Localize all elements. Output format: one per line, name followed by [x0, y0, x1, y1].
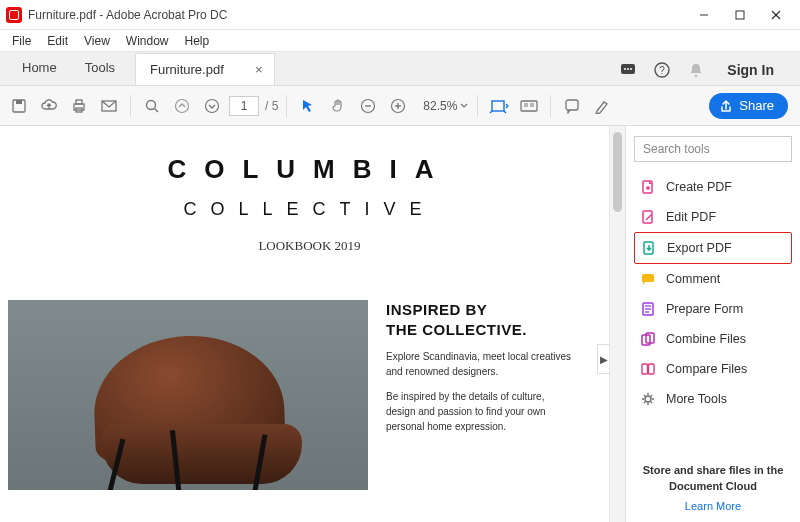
svg-rect-1	[736, 11, 744, 19]
menu-file[interactable]: File	[6, 32, 37, 50]
tool-label: Export PDF	[667, 241, 732, 255]
zoom-out-icon[interactable]	[355, 93, 381, 119]
tool-create-pdf[interactable]: Create PDF	[634, 172, 792, 202]
workspace: COLUMBIA COLLECTIVE LOOKBOOK 2019 INSPIR…	[0, 126, 800, 522]
mail-icon[interactable]	[96, 93, 122, 119]
svg-rect-36	[643, 211, 652, 223]
cloud-note: Store and share files in the Document Cl…	[634, 463, 792, 494]
tab-tools[interactable]: Tools	[71, 52, 129, 85]
pdf-page: COLUMBIA COLLECTIVE LOOKBOOK 2019 INSPIR…	[8, 154, 611, 490]
prepare-form-icon	[640, 301, 656, 317]
svg-point-7	[630, 68, 632, 70]
app-icon	[6, 7, 22, 23]
zoom-value: 82.5%	[415, 99, 457, 113]
svg-point-17	[147, 100, 156, 109]
chevron-down-icon	[459, 101, 469, 111]
menu-help[interactable]: Help	[179, 32, 216, 50]
svg-point-19	[176, 99, 189, 112]
tool-more-tools[interactable]: More Tools	[634, 384, 792, 414]
tool-prepare-form[interactable]: Prepare Form	[634, 294, 792, 324]
doc-lookbook: LOOKBOOK 2019	[8, 238, 611, 254]
svg-rect-38	[642, 274, 654, 282]
svg-rect-46	[649, 364, 655, 374]
tool-compare-files[interactable]: Compare Files	[634, 354, 792, 384]
svg-point-47	[645, 396, 651, 402]
learn-more-link[interactable]: Learn More	[634, 500, 792, 512]
svg-rect-26	[492, 101, 504, 111]
save-icon[interactable]	[6, 93, 32, 119]
combine-files-icon	[640, 331, 656, 347]
search-icon[interactable]	[139, 93, 165, 119]
tab-document-label: Furniture.pdf	[150, 62, 224, 77]
titlebar: Furniture.pdf - Adobe Acrobat Pro DC	[0, 0, 800, 30]
page-up-icon[interactable]	[169, 93, 195, 119]
tool-label: Compare Files	[666, 362, 747, 376]
document-area[interactable]: COLUMBIA COLLECTIVE LOOKBOOK 2019 INSPIR…	[0, 126, 625, 522]
select-tool-icon[interactable]	[295, 93, 321, 119]
doc-heading-columbia: COLUMBIA	[8, 154, 611, 185]
zoom-in-icon[interactable]	[385, 93, 411, 119]
doc-heading-collective: COLLECTIVE	[8, 199, 611, 220]
cloud-upload-icon[interactable]	[36, 93, 62, 119]
svg-rect-12	[16, 100, 22, 104]
svg-rect-14	[76, 100, 82, 104]
comment-icon	[640, 271, 656, 287]
doc-para-2: Be inspired by the details of culture, d…	[386, 389, 576, 434]
chat-icon[interactable]	[619, 61, 637, 79]
page-current-input[interactable]	[229, 96, 259, 116]
more-tools-icon	[640, 391, 656, 407]
fit-width-icon[interactable]	[486, 93, 512, 119]
svg-point-10	[695, 75, 698, 78]
svg-point-6	[627, 68, 629, 70]
print-icon[interactable]	[66, 93, 92, 119]
menubar: File Edit View Window Help	[0, 30, 800, 52]
svg-point-20	[206, 99, 219, 112]
tab-close-icon[interactable]: ×	[252, 62, 266, 77]
menu-view[interactable]: View	[78, 32, 116, 50]
svg-rect-45	[642, 364, 648, 374]
tab-document[interactable]: Furniture.pdf ×	[135, 53, 275, 85]
share-label: Share	[739, 98, 774, 113]
bell-icon[interactable]	[687, 61, 705, 79]
doc-para-1: Explore Scandinavia, meet local creative…	[386, 349, 576, 379]
tabbar: Home Tools Furniture.pdf × ? Sign In	[0, 52, 800, 86]
tool-label: Prepare Form	[666, 302, 743, 316]
minimize-button[interactable]	[686, 1, 722, 29]
svg-rect-27	[521, 101, 537, 111]
tool-label: Combine Files	[666, 332, 746, 346]
share-button[interactable]: Share	[709, 93, 788, 119]
vertical-scrollbar[interactable]	[609, 126, 625, 522]
sign-in-button[interactable]: Sign In	[721, 62, 780, 78]
share-icon	[719, 99, 733, 113]
edit-pdf-icon	[640, 209, 656, 225]
scroll-thumb[interactable]	[613, 132, 622, 212]
tool-label: Comment	[666, 272, 720, 286]
doc-copy: INSPIRED BYTHE COLLECTIVE. Explore Scand…	[386, 300, 611, 490]
tab-home[interactable]: Home	[8, 52, 71, 85]
tool-comment[interactable]: Comment	[634, 264, 792, 294]
tool-export-pdf[interactable]: Export PDF	[634, 232, 792, 264]
help-icon[interactable]: ?	[653, 61, 671, 79]
menu-window[interactable]: Window	[120, 32, 175, 50]
read-mode-icon[interactable]	[516, 93, 542, 119]
window-title: Furniture.pdf - Adobe Acrobat Pro DC	[28, 8, 227, 22]
pane-toggle-icon[interactable]: ▶	[597, 344, 609, 374]
note-icon[interactable]	[559, 93, 585, 119]
tool-combine-files[interactable]: Combine Files	[634, 324, 792, 354]
maximize-button[interactable]	[722, 1, 758, 29]
compare-files-icon	[640, 361, 656, 377]
zoom-box[interactable]: 82.5%	[415, 99, 469, 113]
svg-rect-32	[566, 100, 578, 110]
svg-text:?: ?	[660, 65, 666, 76]
search-tools-input[interactable]: Search tools	[634, 136, 792, 162]
close-button[interactable]	[758, 1, 794, 29]
menu-edit[interactable]: Edit	[41, 32, 74, 50]
tool-label: More Tools	[666, 392, 727, 406]
tool-edit-pdf[interactable]: Edit PDF	[634, 202, 792, 232]
page-down-icon[interactable]	[199, 93, 225, 119]
highlight-icon[interactable]	[589, 93, 615, 119]
svg-point-5	[624, 68, 626, 70]
create-pdf-icon	[640, 179, 656, 195]
hand-tool-icon[interactable]	[325, 93, 351, 119]
export-pdf-icon	[641, 240, 657, 256]
